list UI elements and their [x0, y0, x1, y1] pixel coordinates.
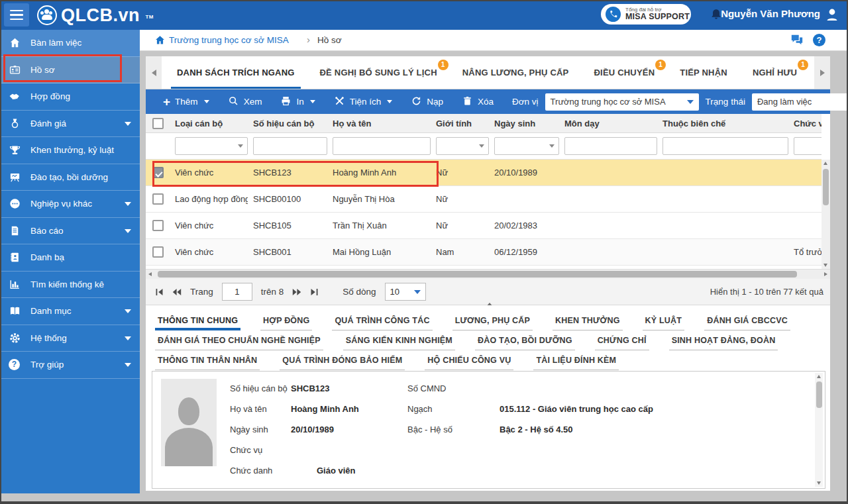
tab-de-nghi-bo-sung-ly-lich[interactable]: ĐỀ NGHỊ BỔ SUNG LÝ LỊCH1 [307, 56, 450, 89]
chat-icon[interactable] [790, 34, 804, 50]
detail-tab-danh-gia-chuan-nghe-nghiep[interactable]: ĐÁNH GIÁ THEO CHUẨN NGHỀ NGHIỆP [155, 332, 323, 350]
col-chuc-vu: Chức vụ [788, 119, 822, 128]
field-label: Ngày sinh [230, 425, 268, 434]
first-page-icon[interactable] [155, 288, 164, 296]
row-checkbox[interactable] [152, 220, 164, 231]
sidebar-item-hop-dong[interactable]: Hợp đồng [0, 83, 140, 111]
tab-danh-sach-trich-ngang[interactable]: DANH SÁCH TRÍCH NGANG [164, 56, 307, 89]
detail-tab-chung-chi[interactable]: CHỨNG CHỈ [595, 332, 649, 350]
detail-vertical-scrollbar[interactable] [815, 373, 823, 487]
hamburger-menu-icon[interactable] [4, 3, 29, 26]
tab-dieu-chuyen[interactable]: ĐIỀU CHUYỂN1 [581, 56, 667, 89]
scroll-down-icon[interactable] [817, 481, 821, 485]
filter-so-hieu-input[interactable] [253, 137, 327, 155]
select-all-checkbox[interactable] [152, 118, 164, 129]
breadcrumb-bar: Trường trung học cơ sở MISA › Hồ sơ ? [140, 30, 848, 51]
row-checkbox[interactable] [152, 167, 164, 178]
tab-nghi-huu[interactable]: NGHỈ HƯU1 [740, 56, 810, 89]
sidebar-item-ho-so[interactable]: Hồ sơ [0, 57, 140, 84]
previous-page-icon[interactable] [172, 288, 182, 296]
detail-tab-thong-tin-than-nhan[interactable]: THÔNG TIN THÂN NHÂN [155, 352, 260, 370]
page-number-input[interactable] [222, 283, 252, 301]
sidebar-item-danh-ba[interactable]: Danh bạ [0, 244, 140, 272]
filter-gioi-tinh-select[interactable] [436, 137, 489, 155]
misa-support-button[interactable]: Tổng đài hỗ trợ MISA SUPPORT [601, 4, 691, 25]
tab-nang-luong-phu-cap[interactable]: NÂNG LƯƠNG, PHỤ CẤP [450, 56, 582, 89]
sidebar-item-tro-giup[interactable]: ? Trợ giúp [0, 352, 140, 379]
table-row[interactable]: Viên chức SHCB001 Mai Hồng Luận Nam 06/1… [146, 239, 822, 266]
help-icon[interactable]: ? [813, 34, 825, 46]
sidebar-item-ban-lam-viec[interactable]: Bàn làm việc [0, 30, 140, 57]
filter-mon-day-input[interactable] [564, 137, 657, 155]
col-thuoc-bien-che: Thuộc biên chế [657, 119, 788, 128]
status-select[interactable]: Đang làm việc [752, 93, 848, 111]
delete-button[interactable]: Xóa [462, 95, 494, 109]
tab-scroll-right-icon[interactable] [814, 56, 830, 89]
page-size-select[interactable]: 10 [385, 283, 426, 301]
app-logo: QLCB.vn TM [37, 4, 145, 26]
scrollbar-thumb[interactable] [816, 381, 822, 408]
detail-tab-qua-trinh-cong-tac[interactable]: QUÁ TRÌNH CÔNG TÁC [332, 312, 432, 330]
reload-button[interactable]: Nạp [411, 95, 443, 109]
filter-chuc-vu-input[interactable] [794, 137, 822, 155]
detail-tab-thong-tin-chung[interactable]: THÔNG TIN CHUNG [155, 312, 240, 330]
user-name[interactable]: Nguyễn Văn Phương [721, 8, 820, 19]
chevron-down-icon [125, 202, 131, 206]
last-page-icon[interactable] [310, 288, 319, 296]
tab-badge: 1 [798, 60, 808, 70]
home-icon[interactable] [154, 34, 166, 48]
view-button[interactable]: Xem [228, 95, 262, 109]
row-checkbox[interactable] [152, 193, 164, 205]
filter-thuoc-bien-che-input[interactable] [662, 137, 788, 155]
next-page-icon[interactable] [292, 288, 301, 296]
col-so-hieu-can-bo: Số hiệu cán bộ [248, 119, 327, 128]
sidebar-item-danh-gia[interactable]: Đánh giá [0, 111, 140, 138]
filter-ho-ten-input[interactable] [333, 137, 431, 155]
chevron-down-icon [414, 290, 421, 294]
table-horizontal-scrollbar[interactable] [146, 269, 830, 279]
breadcrumb-org[interactable]: Trường trung học cơ sở MISA [169, 35, 289, 45]
filter-loai-can-bo-select[interactable] [175, 137, 248, 155]
scroll-left-icon[interactable] [148, 272, 152, 276]
filter-ngay-sinh-select[interactable] [494, 137, 559, 155]
detail-tab-sang-kien-kinh-nghiem[interactable]: SÁNG KIẾN KINH NGHIỆM [343, 332, 455, 350]
detail-tab-ky-luat[interactable]: KỶ LUẬT [643, 312, 685, 330]
detail-tab-dao-tao-boi-duong[interactable]: ĐÀO TẠO, BỒI DƯỠNG [475, 332, 575, 350]
trophy-icon [9, 144, 25, 156]
tab-tiep-nhan[interactable]: TIẾP NHẬN [667, 56, 740, 89]
detail-tab-ho-chieu-cong-vu[interactable]: HỘ CHIẾU CÔNG VỤ [425, 352, 513, 370]
sidebar-item-danh-muc[interactable]: Danh mục [0, 298, 140, 325]
table-row[interactable]: Viên chức SHCB105 Trần Thị Xuân Nữ 20/02… [146, 213, 822, 239]
tab-scroll-left-icon[interactable] [146, 56, 162, 89]
row-checkbox[interactable] [152, 246, 164, 258]
detail-tab-luong-phu-cap[interactable]: LƯƠNG, PHỤ CẤP [452, 312, 533, 330]
detail-tab-tai-lieu-dinh-kem[interactable]: TÀI LIỆU ĐÍNH KÈM [533, 352, 619, 370]
tab-badge: 1 [438, 60, 449, 70]
sidebar-item-khen-thuong-ky-luat[interactable]: Khen thưởng, kỷ luật [0, 137, 140, 164]
detail-tab-danh-gia-cbccvc[interactable]: ĐÁNH GIÁ CBCCVC [704, 312, 790, 330]
detail-tab-khen-thuong[interactable]: KHEN THƯỞNG [553, 312, 623, 330]
chevron-down-icon [125, 363, 131, 367]
print-button[interactable]: In [280, 95, 315, 109]
scroll-up-icon[interactable] [817, 375, 821, 378]
scroll-down-icon[interactable] [823, 264, 827, 267]
scroll-right-icon[interactable] [824, 272, 827, 276]
sidebar-item-bao-cao[interactable]: Báo cáo [0, 218, 140, 245]
utilities-button[interactable]: Tiện ích [334, 95, 393, 109]
user-avatar-icon[interactable] [824, 7, 840, 25]
scroll-up-icon[interactable] [823, 162, 827, 165]
detail-tab-hop-dong[interactable]: HỢP ĐỒNG [260, 312, 312, 330]
scrollbar-thumb[interactable] [823, 169, 829, 205]
detail-tab-qua-trinh-dong-bao-hiem[interactable]: QUÁ TRÌNH ĐÓNG BẢO HIỂM [280, 352, 405, 370]
sidebar-item-tim-kiem-thong-ke[interactable]: Tìm kiếm thống kê [0, 272, 140, 299]
table-row[interactable]: Viên chức SHCB123 Hoàng Minh Anh Nữ 20/1… [146, 160, 822, 186]
unit-select[interactable]: Trường trung học cơ sở MISA [545, 93, 699, 111]
sidebar-item-dao-tao-boi-duong[interactable]: Đào tạo, bồi dưỡng [0, 164, 140, 191]
detail-tab-sinh-hoat-dang-doan[interactable]: SINH HOẠT ĐẢNG, ĐOÀN [669, 332, 778, 350]
sidebar-item-nghiep-vu-khac[interactable]: Nghiệp vụ khác [0, 191, 140, 218]
table-row[interactable]: Lao động hợp đồng SHCB00100 Nguyễn Thị H… [146, 186, 822, 213]
scrollbar-thumb[interactable] [158, 271, 797, 277]
add-button[interactable]: +Thêm [163, 97, 209, 107]
table-vertical-scrollbar[interactable] [822, 160, 830, 269]
sidebar-item-he-thong[interactable]: Hệ thống [0, 325, 140, 352]
